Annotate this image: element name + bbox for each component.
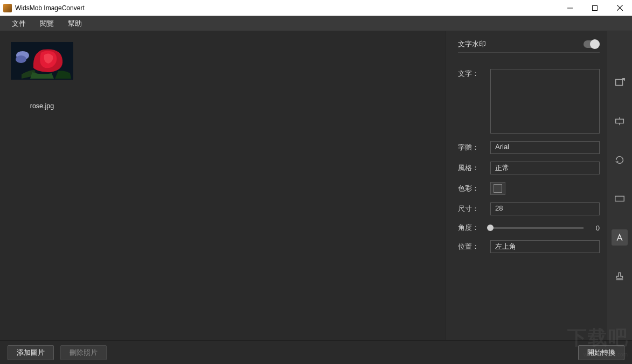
label-text: 文字：	[458, 69, 484, 79]
footer-bar: 添加圖片 刪除照片 開始轉換	[0, 340, 632, 364]
menu-view[interactable]: 閱覽	[36, 18, 58, 30]
slider-thumb[interactable]	[487, 225, 494, 231]
window-titlebar: WidsMob ImageConvert	[0, 0, 632, 16]
image-gallery: rose.jpg	[0, 31, 446, 340]
svg-rect-11	[615, 196, 624, 201]
color-picker[interactable]	[490, 182, 505, 195]
menu-bar: 文件 閱覽 幫助	[0, 16, 632, 31]
tool-resize[interactable]	[612, 74, 628, 90]
label-angle: 角度：	[458, 223, 484, 233]
window-maximize-button[interactable]	[582, 0, 607, 16]
window-title: WidsMob ImageConvert	[15, 4, 85, 12]
delete-image-button[interactable]: 刪除照片	[60, 345, 107, 360]
font-select[interactable]: Arial	[490, 141, 600, 154]
site-watermark-url: www.xiazaiba.com	[584, 352, 628, 358]
text-watermark-panel: 文字水印 文字： 字體： Arial 風格： 正常 色彩： 尺寸： 28 角度：	[446, 31, 607, 340]
style-select[interactable]: 正常	[490, 162, 600, 174]
menu-help[interactable]: 幫助	[64, 18, 86, 30]
label-position: 位置：	[458, 242, 484, 251]
tool-rail	[607, 31, 632, 340]
watermark-text-input[interactable]	[490, 69, 600, 134]
panel-title: 文字水印	[458, 39, 486, 49]
label-color: 色彩：	[458, 184, 484, 193]
thumbnail-image	[11, 42, 73, 80]
window-close-button[interactable]	[607, 0, 632, 16]
label-font: 字體：	[458, 143, 484, 152]
site-watermark: 下载吧	[567, 325, 629, 351]
menu-file[interactable]: 文件	[8, 18, 30, 30]
size-input[interactable]: 28	[490, 202, 600, 215]
svg-rect-8	[616, 119, 624, 123]
position-select[interactable]: 左上角	[490, 240, 600, 253]
angle-slider[interactable]	[490, 227, 584, 229]
tool-stamp[interactable]	[612, 268, 628, 284]
watermark-toggle[interactable]	[584, 40, 600, 48]
tool-crop[interactable]	[612, 113, 628, 129]
label-size: 尺寸：	[458, 204, 484, 214]
svg-rect-1	[593, 5, 598, 10]
window-minimize-button[interactable]	[558, 0, 582, 16]
label-style: 風格：	[458, 163, 484, 173]
tool-text-watermark[interactable]	[612, 229, 628, 246]
svg-rect-7	[616, 80, 623, 86]
color-swatch-preview	[494, 184, 502, 193]
thumbnail-filename: rose.jpg	[30, 102, 54, 110]
tool-rotate[interactable]	[612, 152, 628, 168]
angle-value: 0	[590, 224, 600, 232]
tool-frame[interactable]	[612, 191, 628, 207]
svg-point-6	[16, 55, 26, 63]
add-image-button[interactable]: 添加圖片	[8, 345, 54, 360]
app-icon	[3, 4, 12, 12]
gallery-item[interactable]: rose.jpg	[11, 42, 73, 110]
